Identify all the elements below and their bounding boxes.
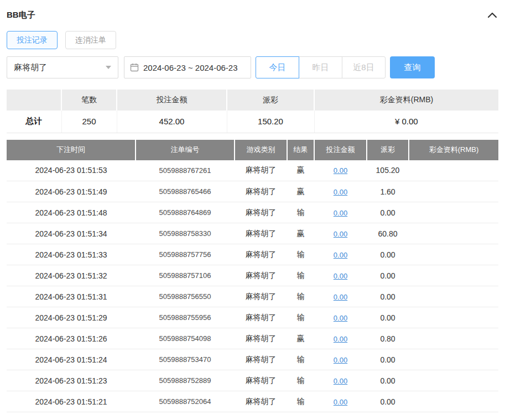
bet-amount-cell: 0.00: [314, 391, 367, 412]
summary-total-payout: 150.20: [227, 111, 314, 133]
table-row: 2024-06-23 01:51:33 5059888757756 麻将胡了 输…: [7, 244, 498, 265]
collapse-panel-button[interactable]: [486, 9, 498, 21]
result: 输: [287, 202, 314, 223]
bet-amount-link[interactable]: 0.00: [334, 398, 347, 406]
order-id: 5059888756550: [136, 286, 235, 307]
summary-total-bet-amount: 452.00: [117, 111, 227, 133]
bonus: [409, 286, 498, 307]
result: 赢: [287, 223, 314, 244]
bonus: [409, 244, 498, 265]
bonus: [409, 391, 498, 412]
game-type: 麻将胡了: [235, 328, 287, 349]
panel-header: BB电子: [7, 0, 498, 21]
payout: 0.00: [367, 202, 409, 223]
result: 输: [287, 244, 314, 265]
tab-chain-orders[interactable]: 连消注单: [65, 31, 116, 49]
bet-time: 2024-06-23 01:51:26: [7, 328, 136, 349]
result: 赢: [287, 181, 314, 202]
today-button[interactable]: 今日: [256, 56, 299, 78]
bet-amount-cell: 0.00: [314, 307, 367, 328]
summary-header-row: 笔数 投注金额 派彩 彩金资料(RMB): [7, 90, 498, 111]
bet-amount-cell: 0.00: [314, 160, 367, 181]
game-select-value: 麻将胡了: [14, 62, 47, 73]
bet-amount-link[interactable]: 0.00: [334, 377, 347, 385]
bet-time: 2024-06-23 01:51:29: [7, 307, 136, 328]
game-select[interactable]: 麻将胡了: [7, 56, 118, 78]
table-row: 2024-06-23 01:51:21 5059888752064 麻将胡了 输…: [7, 391, 498, 412]
bet-time: 2024-06-23 01:51:49: [7, 181, 136, 202]
bet-amount-link[interactable]: 0.00: [334, 230, 347, 238]
summary-total-label: 总计: [7, 111, 61, 133]
bet-amount-link[interactable]: 0.00: [334, 188, 347, 196]
payout: 0.00: [367, 265, 409, 286]
result: 输: [287, 370, 314, 391]
payout: 105.20: [367, 160, 409, 181]
bet-amount-link[interactable]: 0.00: [334, 314, 347, 322]
game-type: 麻将胡了: [235, 349, 287, 370]
records-header-bonus: 彩金资料(RMB): [409, 140, 498, 160]
chevron-up-icon: [488, 12, 497, 18]
bet-amount-cell: 0.00: [314, 202, 367, 223]
bet-time: 2024-06-23 01:51:23: [7, 370, 136, 391]
payout: 0.80: [367, 328, 409, 349]
result: 输: [287, 307, 314, 328]
table-row: 2024-06-23 01:51:29 5059888755956 麻将胡了 输…: [7, 307, 498, 328]
bet-time: 2024-06-23 01:51:53: [7, 160, 136, 181]
table-row: 2024-06-23 01:51:53 5059888767261 麻将胡了 赢…: [7, 160, 498, 181]
bet-amount-link[interactable]: 0.00: [334, 335, 347, 343]
table-row: 2024-06-23 01:51:49 5059888765466 麻将胡了 赢…: [7, 181, 498, 202]
result: 输: [287, 265, 314, 286]
bet-time: 2024-06-23 01:51:33: [7, 244, 136, 265]
payout: 0.00: [367, 244, 409, 265]
payout: 0.00: [367, 391, 409, 412]
last-8-days-button[interactable]: 近8日: [342, 56, 386, 78]
records-header-row: 下注时间 注单编号 游戏类别 结果 投注金额 派彩 彩金资料(RMB): [7, 140, 498, 160]
summary-total-bonus: ¥ 0.00: [314, 111, 498, 133]
game-type: 麻将胡了: [235, 286, 287, 307]
bet-records-panel: BB电子 投注记录 连消注单 麻将胡了 2024-06-23 ~ 2024-06…: [0, 0, 505, 412]
records-header-order: 注单编号: [136, 140, 235, 160]
bonus: [409, 370, 498, 391]
bonus: [409, 223, 498, 244]
table-row: 2024-06-23 01:51:26 5059888754098 麻将胡了 赢…: [7, 328, 498, 349]
bonus: [409, 328, 498, 349]
date-range-value: 2024-06-23 ~ 2024-06-23: [143, 63, 238, 72]
summary-header-bet-amount: 投注金额: [117, 90, 227, 111]
game-type: 麻将胡了: [235, 202, 287, 223]
quick-range-group: 今日 昨日 近8日: [256, 56, 386, 78]
search-button[interactable]: 查询: [390, 56, 435, 78]
bonus: [409, 181, 498, 202]
bet-amount-cell: 0.00: [314, 349, 367, 370]
game-type: 麻将胡了: [235, 181, 287, 202]
order-id: 5059888767261: [136, 160, 235, 181]
result: 赢: [287, 328, 314, 349]
summary-header-payout: 派彩: [227, 90, 314, 111]
game-type: 麻将胡了: [235, 391, 287, 412]
summary-header-blank: [7, 90, 61, 111]
bet-amount-cell: 0.00: [314, 223, 367, 244]
table-row: 2024-06-23 01:51:31 5059888756550 麻将胡了 输…: [7, 286, 498, 307]
bet-amount-link[interactable]: 0.00: [334, 251, 347, 259]
order-id: 5059888755956: [136, 307, 235, 328]
bet-amount-link[interactable]: 0.00: [334, 293, 347, 301]
bet-amount-link[interactable]: 0.00: [334, 166, 347, 175]
date-range-picker[interactable]: 2024-06-23 ~ 2024-06-23: [124, 56, 251, 78]
bet-amount-cell: 0.00: [314, 328, 367, 349]
bet-amount-link[interactable]: 0.00: [334, 209, 347, 217]
tab-bet-records[interactable]: 投注记录: [7, 31, 58, 49]
payout: 0.00: [367, 370, 409, 391]
game-type: 麻将胡了: [235, 244, 287, 265]
game-type: 麻将胡了: [235, 265, 287, 286]
game-type: 麻将胡了: [235, 223, 287, 244]
records-header-payout: 派彩: [367, 140, 409, 160]
bet-amount-link[interactable]: 0.00: [334, 272, 347, 280]
records-header-bet: 投注金额: [314, 140, 367, 160]
game-type: 麻将胡了: [235, 370, 287, 391]
yesterday-button[interactable]: 昨日: [299, 56, 342, 78]
bet-amount-link[interactable]: 0.00: [334, 356, 347, 364]
order-id: 5059888752064: [136, 391, 235, 412]
order-id: 5059888758330: [136, 223, 235, 244]
table-row: 2024-06-23 01:51:23 5059888752889 麻将胡了 输…: [7, 370, 498, 391]
order-id: 5059888754098: [136, 328, 235, 349]
bet-amount-cell: 0.00: [314, 286, 367, 307]
